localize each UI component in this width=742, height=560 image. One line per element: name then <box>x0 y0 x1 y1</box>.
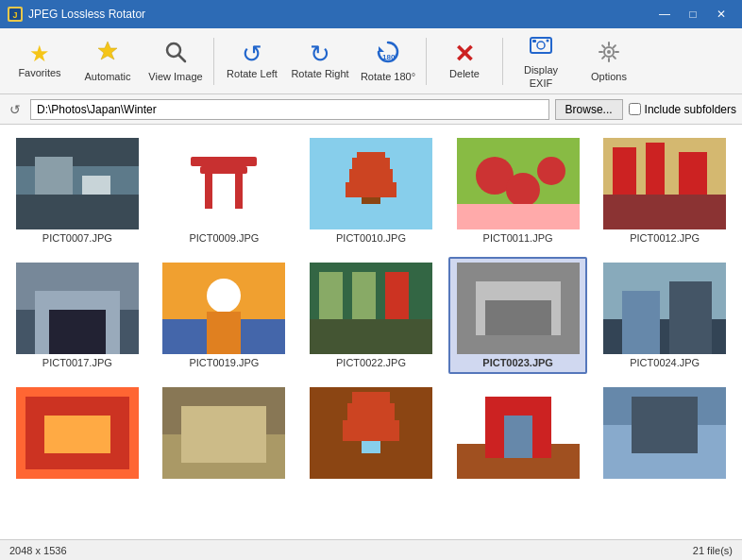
svg-rect-24 <box>16 195 139 229</box>
photo-cell[interactable] <box>301 382 441 487</box>
svg-point-41 <box>537 157 565 185</box>
subfolders-option[interactable]: Include subfolders <box>629 103 736 116</box>
address-bar: ↺ Browse... Include subfolders <box>0 94 742 125</box>
automatic-label: Automatic <box>85 71 131 83</box>
photo-grid: PICT0007.JPGPICT0009.JPGPICT0010.JPGPICT… <box>8 132 734 487</box>
photo-thumbnail <box>603 263 726 354</box>
photo-cell[interactable] <box>8 382 147 487</box>
photo-cell[interactable]: PICT0007.JPG <box>8 132 147 249</box>
photo-thumbnail <box>310 263 432 354</box>
svg-text:J: J <box>12 10 17 20</box>
photo-filename: PICT0019.JPG <box>189 357 259 368</box>
svg-line-4 <box>178 55 185 61</box>
photo-cell[interactable]: PICT0017.JPG <box>8 257 147 374</box>
subfolders-checkbox[interactable] <box>629 103 641 115</box>
photo-cell[interactable] <box>595 382 734 487</box>
svg-rect-35 <box>346 182 396 197</box>
delete-button[interactable]: ✕ Delete <box>432 33 497 90</box>
rotate-left-button[interactable]: ↺ Rotate Left <box>220 33 284 90</box>
svg-line-16 <box>602 45 604 47</box>
browse-button[interactable]: Browse... <box>555 99 623 120</box>
options-button[interactable]: Options <box>577 33 641 90</box>
view-image-label: View Image <box>148 71 202 83</box>
svg-text:180°: 180° <box>382 53 398 61</box>
svg-rect-61 <box>310 319 432 354</box>
photo-thumbnail <box>162 138 285 229</box>
path-input[interactable] <box>30 99 549 120</box>
rotate-right-icon: ↻ <box>310 42 330 66</box>
svg-point-11 <box>607 50 611 54</box>
svg-point-55 <box>207 279 241 313</box>
photo-filename: PICT0012.JPG <box>630 232 700 244</box>
rotate-180-button[interactable]: 180° Rotate 180° <box>356 33 420 90</box>
favorites-label: Favorites <box>18 67 60 79</box>
toolbar-separator-3 <box>502 38 503 85</box>
photo-cell[interactable]: PICT0022.JPG <box>301 257 441 374</box>
photo-cell[interactable] <box>155 382 295 487</box>
photo-filename: PICT0007.JPG <box>42 232 112 244</box>
automatic-button[interactable]: Automatic <box>76 33 140 90</box>
photo-grid-container[interactable]: PICT0007.JPGPICT0009.JPGPICT0010.JPGPICT… <box>0 125 742 539</box>
automatic-icon <box>94 39 121 69</box>
minimize-button[interactable]: — <box>651 5 678 24</box>
svg-marker-2 <box>98 42 117 59</box>
view-image-button[interactable]: View Image <box>143 33 208 90</box>
svg-rect-27 <box>200 166 247 174</box>
photo-thumbnail <box>457 387 580 479</box>
photo-cell[interactable]: PICT0012.JPG <box>595 132 734 249</box>
photo-cell[interactable]: PICT0019.JPG <box>155 257 295 374</box>
photo-thumbnail <box>16 138 139 229</box>
rotate-left-label: Rotate Left <box>227 68 278 80</box>
svg-rect-26 <box>191 157 257 166</box>
svg-line-17 <box>614 57 616 59</box>
title-bar-left: J JPEG Lossless Rotator <box>8 7 145 22</box>
photo-thumbnail <box>603 138 726 229</box>
photo-thumbnail <box>457 138 580 229</box>
main-content: PICT0007.JPGPICT0009.JPGPICT0010.JPGPICT… <box>0 125 742 539</box>
delete-icon: ✕ <box>454 42 475 66</box>
svg-rect-74 <box>181 406 266 463</box>
maximize-button[interactable]: □ <box>680 5 706 24</box>
toolbar: ★ Favorites Automatic View Image ↺ Rotat… <box>0 28 742 94</box>
options-icon <box>596 39 622 69</box>
svg-rect-84 <box>504 416 532 458</box>
svg-line-19 <box>602 57 604 59</box>
svg-rect-33 <box>352 158 390 169</box>
svg-point-8 <box>547 40 549 42</box>
status-bar: 2048 x 1536 21 file(s) <box>0 539 742 560</box>
svg-rect-32 <box>357 152 385 158</box>
subfolders-label-text: Include subfolders <box>645 103 736 116</box>
photo-cell[interactable] <box>448 382 588 487</box>
svg-rect-9 <box>532 40 536 42</box>
delete-label: Delete <box>449 68 480 80</box>
file-count: 21 file(s) <box>693 545 733 556</box>
favorites-button[interactable]: ★ Favorites <box>8 33 72 90</box>
svg-rect-48 <box>679 152 707 195</box>
rotate-180-icon: 180° <box>375 39 401 69</box>
favorites-icon: ★ <box>29 42 50 65</box>
close-button[interactable]: ✕ <box>708 5 734 24</box>
photo-cell[interactable]: PICT0023.JPG <box>448 257 588 374</box>
photo-filename: PICT0023.JPG <box>482 357 553 368</box>
photo-cell[interactable]: PICT0009.JPG <box>155 132 295 249</box>
photo-cell[interactable]: PICT0010.JPG <box>301 132 441 249</box>
rotate-right-button[interactable]: ↻ Rotate Right <box>288 33 352 90</box>
display-exif-button[interactable]: Display EXIF <box>509 33 573 90</box>
photo-cell[interactable]: PICT0024.JPG <box>595 257 734 374</box>
toolbar-separator-1 <box>213 38 214 85</box>
svg-point-40 <box>506 173 540 207</box>
svg-rect-46 <box>613 147 636 195</box>
rotate-right-label: Rotate Right <box>291 68 348 80</box>
svg-rect-37 <box>310 204 432 229</box>
refresh-button[interactable]: ↺ <box>6 100 25 119</box>
svg-point-7 <box>537 42 545 49</box>
photo-filename: PICT0017.JPG <box>42 357 112 368</box>
photo-thumbnail <box>457 263 580 354</box>
display-exif-label: Display EXIF <box>512 64 570 89</box>
photo-thumbnail <box>16 387 139 479</box>
photo-cell[interactable]: PICT0011.JPG <box>448 132 588 249</box>
svg-rect-47 <box>646 143 665 195</box>
svg-line-18 <box>614 45 616 47</box>
app-icon: J <box>8 7 23 22</box>
svg-rect-78 <box>343 420 399 441</box>
